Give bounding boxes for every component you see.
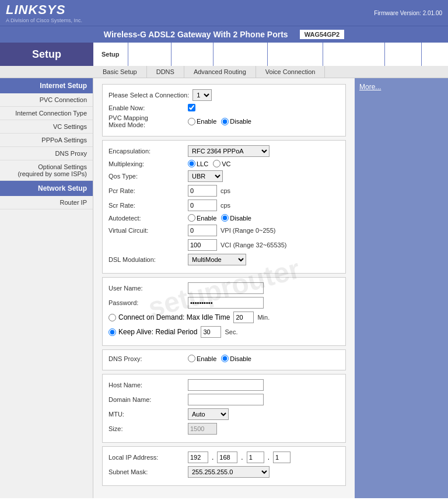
setup-label: Setup xyxy=(0,43,93,66)
mtu-row: MTU: AutoManual xyxy=(108,408,340,420)
keep-alive-label[interactable]: Keep Alive: Redial Period xyxy=(108,328,197,336)
ip-octet1[interactable] xyxy=(188,452,208,463)
ip-octet2[interactable] xyxy=(217,452,237,463)
sidebar-item-router-ip[interactable]: Router IP xyxy=(0,196,93,209)
autodetect-radio-group: Enable Disable xyxy=(188,214,251,222)
subnav-advanced[interactable]: Advanced Routing xyxy=(184,66,256,78)
autodetect-enable-label[interactable]: Enable xyxy=(188,214,216,222)
subnet-row: Subnet Mask: 255.255.255.0 255.255.0.0 2… xyxy=(108,466,340,478)
content-panel: setuprouter Please Select a Connection: … xyxy=(93,78,355,498)
llc-radio[interactable] xyxy=(188,160,195,167)
ip-octet4[interactable] xyxy=(273,452,290,463)
vci-range-label: VCI (Range 32~65535) xyxy=(220,242,286,249)
dns-proxy-radio-group: Enable Disable xyxy=(188,355,251,362)
network-setup-section: Local IP Address: . . . Subnet Mask: 255… xyxy=(102,446,346,486)
tab-voice[interactable]: Voice xyxy=(422,43,448,66)
connect-on-demand-row: Connect on Demand: Max Idle Time Min. xyxy=(108,312,340,323)
llc-label[interactable]: LLC xyxy=(188,160,208,167)
tab-access[interactable]: Access Restrictions xyxy=(214,43,268,66)
mtu-select[interactable]: AutoManual xyxy=(188,408,229,420)
firmware-version: Firmware Version: 2.01.00 xyxy=(374,10,442,16)
sidebar-item-optional[interactable]: Optional Settings (required by some ISPs… xyxy=(0,160,93,181)
optional-settings-section: Host Name: Domain Name: MTU: AutoManual … xyxy=(102,374,346,443)
dns-enable-label[interactable]: Enable xyxy=(188,355,216,362)
nav-area: Setup Setup Wireless Security Access Res… xyxy=(0,43,448,66)
autodetect-enable-radio[interactable] xyxy=(188,214,195,222)
sec-label: Sec. xyxy=(225,328,237,335)
sidebar-item-pvc[interactable]: PVC Connection xyxy=(0,93,93,107)
pcr-input[interactable] xyxy=(188,185,217,197)
connection-label: Please Select a Connection: xyxy=(108,92,189,99)
sidebar-item-vc[interactable]: VC Settings xyxy=(0,120,93,134)
pvc-disable-label[interactable]: Disable xyxy=(221,118,251,125)
vpi-input[interactable] xyxy=(188,225,217,236)
tab-security[interactable]: Security xyxy=(172,43,214,66)
scr-row: Scr Rate: cps xyxy=(108,200,340,211)
subnet-select[interactable]: 255.255.255.0 255.255.0.0 255.0.0.0 xyxy=(188,466,270,478)
min-label: Min. xyxy=(257,314,270,321)
dsl-select[interactable]: MultiModeADSL2+ADSL2ADSL xyxy=(188,254,246,265)
sidebar-item-dns-proxy[interactable]: DNS Proxy xyxy=(0,147,93,160)
username-input[interactable] xyxy=(188,282,264,294)
sidebar: Internet Setup PVC Connection Internet C… xyxy=(0,78,93,498)
scr-label: Scr Rate: xyxy=(108,202,184,209)
tab-apps[interactable]: Applications & Gaming xyxy=(268,43,323,66)
tab-setup[interactable]: Setup xyxy=(93,43,128,66)
more-link[interactable]: More... xyxy=(355,78,448,96)
linksys-logo: LINKSYS xyxy=(6,2,82,18)
subnav-basic[interactable]: Basic Setup xyxy=(93,66,147,78)
connect-on-demand-radio[interactable] xyxy=(108,314,116,321)
dns-enable-radio[interactable] xyxy=(188,355,195,362)
ip-octet3[interactable] xyxy=(247,452,264,463)
pvc-disable-radio[interactable] xyxy=(221,118,229,125)
cisco-sub: A Division of Cisco Systems, Inc. xyxy=(6,18,82,23)
sidebar-section-network: Network Setup xyxy=(0,181,93,196)
subnet-label: Subnet Mask: xyxy=(108,468,184,475)
multiplexing-row: Multiplexing: LLC VC xyxy=(108,160,340,167)
sidebar-item-connection-type[interactable]: Internet Connection Type xyxy=(0,107,93,120)
encapsulation-label: Encapsulation: xyxy=(108,148,184,155)
tab-wireless[interactable]: Wireless xyxy=(128,43,172,66)
vci-input[interactable] xyxy=(188,239,217,251)
hostname-row: Host Name: xyxy=(108,379,340,391)
vpi-range-label: VPI (Range 0~255) xyxy=(220,227,275,234)
autodetect-disable-radio[interactable] xyxy=(221,214,229,222)
pvc-enable-radio[interactable] xyxy=(188,118,195,125)
product-title: Wireless-G ADSL2 Gateway With 2 Phone Po… xyxy=(104,30,288,39)
ip-dot2: . xyxy=(241,453,243,461)
domain-input[interactable] xyxy=(188,394,264,405)
sidebar-item-pppoa[interactable]: PPPoA Settings xyxy=(0,134,93,147)
hostname-input[interactable] xyxy=(188,379,264,391)
connection-select[interactable]: 12345678 xyxy=(192,89,212,101)
vc-radio[interactable] xyxy=(213,160,220,167)
dns-disable-radio[interactable] xyxy=(221,355,229,362)
scr-cps: cps xyxy=(220,202,230,209)
encapsulation-row: Encapsulation: RFC 2364 PPPoA RFC 2516 P… xyxy=(108,145,340,157)
autodetect-label: Autodetect: xyxy=(108,215,184,222)
size-label: Size: xyxy=(108,425,184,432)
qos-select[interactable]: UBRCBRVBR xyxy=(188,170,223,182)
subnav-voice[interactable]: Voice Connection xyxy=(256,66,326,78)
vc-settings-section: Encapsulation: RFC 2364 PPPoA RFC 2516 P… xyxy=(102,140,346,274)
size-row: Size: xyxy=(108,423,340,435)
connect-on-demand-label[interactable]: Connect on Demand: Max Idle Time xyxy=(108,313,230,321)
enable-now-checkbox[interactable] xyxy=(188,104,195,111)
pvc-connection-section: Please Select a Connection: 12345678 Ena… xyxy=(102,84,346,136)
vc-label[interactable]: VC xyxy=(213,160,230,167)
pvc-enable-label[interactable]: Enable xyxy=(188,118,216,125)
username-label: User Name: xyxy=(108,285,184,292)
enable-now-row: Enable Now: xyxy=(108,104,340,111)
autodetect-disable-label[interactable]: Disable xyxy=(221,214,251,222)
connection-select-row: Please Select a Connection: 12345678 xyxy=(108,89,340,101)
scr-input[interactable] xyxy=(188,200,217,211)
subnav-ddns[interactable]: DDNS xyxy=(147,66,184,78)
password-input[interactable] xyxy=(188,297,264,309)
dns-disable-label[interactable]: Disable xyxy=(221,355,251,362)
redial-period-input[interactable] xyxy=(201,326,221,338)
tab-status[interactable]: Status xyxy=(385,43,422,66)
encapsulation-select[interactable]: RFC 2364 PPPoA RFC 2516 PPPoE RFC 1483 B… xyxy=(188,145,270,157)
max-idle-input[interactable] xyxy=(233,312,254,323)
ip-dot3: . xyxy=(268,453,270,461)
keep-alive-radio[interactable] xyxy=(108,328,116,336)
tab-admin[interactable]: Administration xyxy=(323,43,386,66)
